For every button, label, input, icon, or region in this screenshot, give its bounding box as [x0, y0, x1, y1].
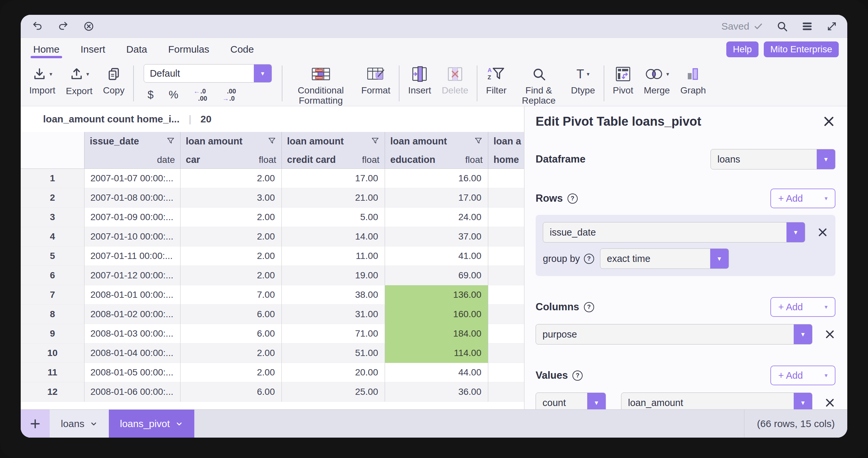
filter-icon[interactable]	[268, 137, 276, 145]
decrease-decimal-button[interactable]: ←.0 .00	[193, 88, 207, 102]
remove-row-field-icon[interactable]	[817, 227, 828, 238]
mito-enterprise-button[interactable]: Mito Enterprise	[764, 41, 839, 57]
cell-loan-amount-credit-card[interactable]: 5.00	[282, 208, 385, 227]
row-index[interactable]: 6	[21, 266, 85, 285]
cell-loan-amount-home[interactable]	[488, 247, 524, 266]
find-replace-button[interactable]: Find & Replace	[512, 61, 566, 106]
cell-loan-amount-education[interactable]: 41.00	[385, 247, 488, 266]
row-index[interactable]: 3	[21, 208, 85, 227]
row-index[interactable]: 5	[21, 247, 85, 266]
column-header-home[interactable]: loan ahome	[488, 132, 524, 168]
cell-loan-amount-credit-card[interactable]: 21.00	[282, 188, 385, 208]
cell-loan-amount-home[interactable]	[488, 227, 524, 247]
row-index[interactable]: 4	[21, 227, 85, 247]
redo-icon[interactable]	[58, 21, 69, 32]
filter-icon[interactable]	[371, 137, 379, 145]
cell-loan-amount-education[interactable]: 114.00	[385, 343, 488, 363]
cell-loan-amount-car[interactable]: 3.00	[181, 188, 282, 208]
row-index[interactable]: 11	[21, 363, 85, 382]
column-header-issue_date[interactable]: issue_datedate	[85, 132, 181, 168]
close-icon[interactable]	[822, 115, 835, 128]
cell-issue-date[interactable]: 2008-01-02 00:00:...	[85, 305, 181, 324]
values-add-button[interactable]: + Add▾	[770, 366, 835, 385]
row-index[interactable]: 2	[21, 188, 85, 208]
remove-column-field-icon[interactable]	[824, 329, 835, 340]
menu-icon[interactable]	[801, 20, 813, 32]
add-sheet-button[interactable]	[21, 410, 50, 438]
cell-loan-amount-car[interactable]: 2.00	[181, 227, 282, 247]
filter-button[interactable]: AZ Filter	[481, 61, 512, 106]
export-button[interactable]: ▾ Export	[61, 61, 98, 106]
row-index[interactable]: 9	[21, 324, 85, 343]
cell-value[interactable]: 20	[200, 114, 211, 125]
cell-loan-amount-home[interactable]	[488, 188, 524, 208]
increase-decimal-button[interactable]: .00 →.0	[222, 88, 236, 102]
format-button[interactable]: Format	[356, 61, 396, 106]
cell-issue-date[interactable]: 2008-01-03 00:00:...	[85, 324, 181, 343]
cell-loan-amount-credit-card[interactable]: 17.00	[282, 169, 385, 188]
cell-issue-date[interactable]: 2007-01-10 00:00:...	[85, 227, 181, 247]
menu-tab-code[interactable]: Code	[229, 39, 254, 60]
merge-button[interactable]: ▾ Merge	[639, 61, 675, 106]
menu-tab-insert[interactable]: Insert	[80, 39, 106, 60]
filter-icon[interactable]	[166, 137, 175, 145]
menu-tab-data[interactable]: Data	[126, 39, 148, 60]
format-preset-dropdown[interactable]: Default ▾	[144, 64, 272, 83]
cell-loan-amount-home[interactable]	[488, 305, 524, 324]
cell-issue-date[interactable]: 2008-01-01 00:00:...	[85, 285, 181, 305]
cell-issue-date[interactable]: 2008-01-05 00:00:...	[85, 363, 181, 382]
cell-loan-amount-education[interactable]: 160.00	[385, 305, 488, 324]
formula-bar[interactable]: loan_amount count home_i... | 20	[21, 106, 524, 132]
row-field-select[interactable]: issue_date ▾	[543, 222, 805, 242]
columns-add-button[interactable]: + Add▾	[770, 297, 835, 317]
sheet-tab-loans-pivot[interactable]: loans_pivot	[109, 410, 194, 438]
cell-loan-amount-credit-card[interactable]: 31.00	[282, 305, 385, 324]
cell-issue-date[interactable]: 2008-01-04 00:00:...	[85, 343, 181, 363]
rows-add-button[interactable]: + Add▾	[770, 189, 835, 208]
column-field-select[interactable]: purpose ▾	[536, 324, 812, 344]
cell-loan-amount-car[interactable]: 7.00	[181, 285, 282, 305]
cell-loan-amount-car[interactable]: 2.00	[181, 169, 282, 188]
cell-loan-amount-credit-card[interactable]: 71.00	[282, 324, 385, 343]
help-icon[interactable]: ?	[584, 254, 594, 264]
cell-loan-amount-education[interactable]: 136.00	[385, 285, 488, 305]
delete-column-button[interactable]: Delete	[436, 61, 473, 106]
help-icon[interactable]: ?	[567, 194, 578, 204]
cell-loan-amount-credit-card[interactable]: 19.00	[282, 266, 385, 285]
cell-loan-amount-car[interactable]: 2.00	[181, 266, 282, 285]
help-icon[interactable]: ?	[572, 370, 583, 381]
cell-loan-amount-car[interactable]: 6.00	[181, 305, 282, 324]
cell-loan-amount-home[interactable]	[488, 324, 524, 343]
cell-loan-amount-credit-card[interactable]: 25.00	[282, 382, 385, 402]
cell-issue-date[interactable]: 2007-01-09 00:00:...	[85, 208, 181, 227]
search-icon[interactable]	[776, 20, 788, 32]
currency-format-button[interactable]: $	[148, 88, 154, 101]
sheet-tab-loans[interactable]: loans	[50, 410, 109, 438]
value-field-select[interactable]: loan_amount ▾	[621, 393, 812, 409]
insert-column-button[interactable]: Insert	[403, 61, 436, 106]
row-index[interactable]: 7	[21, 285, 85, 305]
cell-loan-amount-education[interactable]: 16.00	[385, 169, 488, 188]
cell-loan-amount-car[interactable]: 6.00	[181, 324, 282, 343]
column-header-credit_card[interactable]: loan amountcredit cardfloat	[282, 132, 385, 168]
cell-loan-amount-home[interactable]	[488, 169, 524, 188]
column-header-education[interactable]: loan amounteducationfloat	[385, 132, 488, 168]
cell-loan-amount-education[interactable]: 44.00	[385, 363, 488, 382]
cell-issue-date[interactable]: 2007-01-11 00:00:...	[85, 247, 181, 266]
cell-loan-amount-home[interactable]	[488, 382, 524, 402]
cell-loan-amount-credit-card[interactable]: 51.00	[282, 343, 385, 363]
cell-loan-amount-home[interactable]	[488, 343, 524, 363]
help-icon[interactable]: ?	[584, 302, 594, 312]
cell-loan-amount-home[interactable]	[488, 266, 524, 285]
row-index[interactable]: 10	[21, 343, 85, 363]
import-button[interactable]: ▾ Import	[24, 61, 61, 106]
cell-issue-date[interactable]: 2007-01-08 00:00:...	[85, 188, 181, 208]
cell-loan-amount-car[interactable]: 2.00	[181, 363, 282, 382]
row-index[interactable]: 12	[21, 382, 85, 402]
group-by-select[interactable]: exact time ▾	[600, 249, 729, 269]
cell-issue-date[interactable]: 2007-01-12 00:00:...	[85, 266, 181, 285]
dataframe-select[interactable]: loans ▾	[711, 149, 835, 169]
cell-loan-amount-car[interactable]: 2.00	[181, 247, 282, 266]
undo-icon[interactable]	[32, 21, 43, 32]
cell-loan-amount-education[interactable]: 184.00	[385, 324, 488, 343]
